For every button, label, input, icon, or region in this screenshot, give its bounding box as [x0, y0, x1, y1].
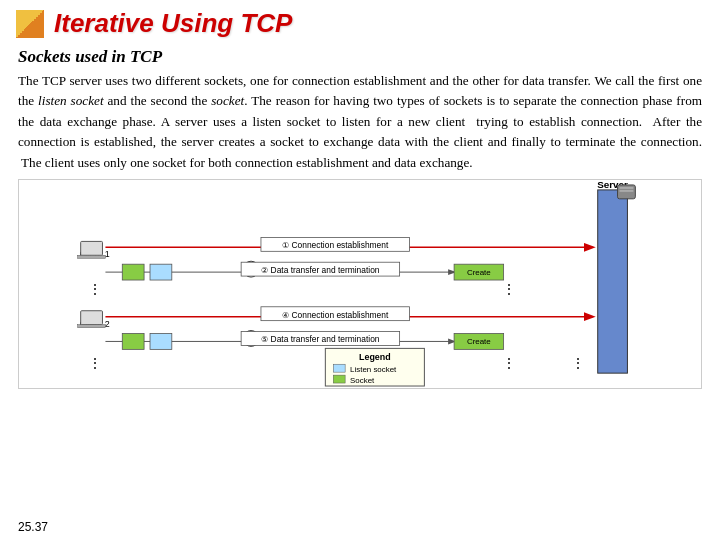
svg-text:② Data transfer and terminatio: ② Data transfer and termination	[261, 265, 380, 275]
svg-rect-0	[598, 190, 628, 373]
svg-rect-10	[78, 325, 106, 328]
svg-rect-21	[122, 264, 144, 280]
svg-text:⋮: ⋮	[502, 282, 516, 297]
page-header: Iterative Using TCP	[0, 0, 720, 43]
svg-text:④ Connection establishment: ④ Connection establishment	[282, 310, 389, 320]
svg-text:Create: Create	[467, 338, 491, 347]
body-paragraph: The TCP server uses two different socket…	[18, 71, 702, 173]
section-title: Sockets used in TCP	[18, 47, 702, 67]
svg-rect-4	[620, 190, 634, 192]
svg-text:Socket: Socket	[350, 376, 375, 385]
svg-text:⋮: ⋮	[571, 356, 585, 371]
svg-rect-34	[150, 334, 172, 350]
content-area: Sockets used in TCP The TCP server uses …	[0, 43, 720, 393]
svg-text:⋮: ⋮	[88, 282, 102, 297]
svg-text:⑤ Data transfer and terminatio: ⑤ Data transfer and termination	[261, 335, 380, 345]
svg-rect-3	[620, 187, 634, 189]
svg-rect-44	[333, 375, 345, 383]
svg-rect-6	[81, 242, 103, 256]
header-accent-box	[16, 10, 44, 38]
svg-rect-22	[150, 264, 172, 280]
svg-text:Listen socket: Listen socket	[350, 365, 397, 374]
svg-text:⋮: ⋮	[88, 356, 102, 371]
diagram-area: Server Client 1 Client 2 ① Connection es…	[18, 179, 702, 389]
svg-text:Create: Create	[467, 268, 491, 277]
svg-text:① Connection establishment: ① Connection establishment	[282, 241, 389, 251]
svg-rect-7	[78, 256, 106, 259]
page-title: Iterative Using TCP	[54, 8, 292, 39]
svg-rect-33	[122, 334, 144, 350]
network-diagram: Server Client 1 Client 2 ① Connection es…	[19, 180, 701, 388]
svg-rect-9	[81, 311, 103, 325]
svg-rect-42	[333, 364, 345, 372]
page-number: 25.37	[18, 520, 48, 534]
svg-text:Legend: Legend	[359, 353, 391, 363]
svg-text:⋮: ⋮	[502, 356, 516, 371]
